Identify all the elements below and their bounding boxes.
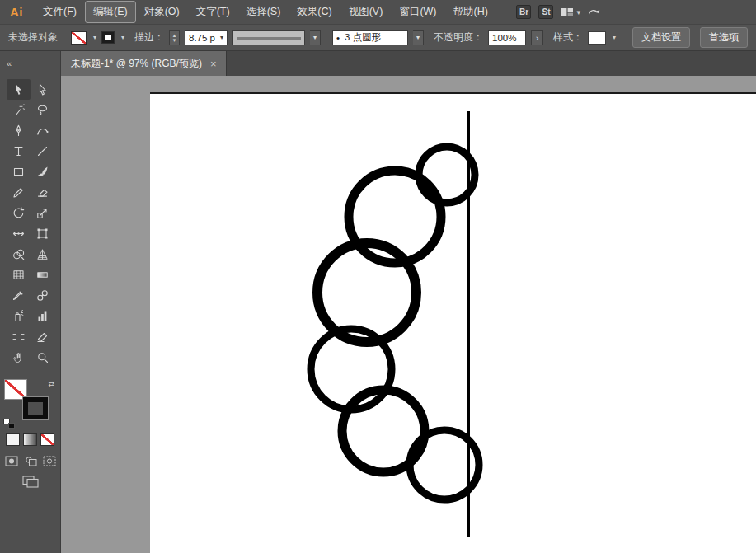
stroke-weight-stepper[interactable]: ▲ ▼ — [169, 30, 180, 45]
blend-tool[interactable] — [31, 285, 54, 306]
brush-preview-dot: • — [336, 33, 340, 43]
stroke-dropdown-icon[interactable]: ▾ — [121, 34, 124, 41]
brush-dropdown-icon[interactable]: ▾ — [413, 30, 424, 45]
fill-stroke-control: ⇄ — [0, 379, 60, 429]
preferences-button[interactable]: 首选项 — [700, 27, 748, 48]
color-type-buttons — [0, 433, 60, 446]
fill-dropdown-icon[interactable]: ▾ — [93, 34, 96, 41]
control-bar: 未选择对象 ▾ ▾ 描边： ▲ ▼ 8.75 p ▾ ▾ • 3 点圆形 ▾ 不… — [0, 25, 756, 51]
screen-mode-icon[interactable] — [22, 476, 39, 490]
artwork-svg — [150, 94, 756, 553]
brush-definition-field[interactable]: • 3 点圆形 — [332, 30, 408, 45]
screen-mode-control — [0, 476, 60, 490]
collapse-panel-icon[interactable]: « — [7, 59, 12, 68]
type-tool[interactable] — [7, 141, 31, 162]
perspective-grid-tool[interactable] — [31, 244, 54, 265]
direct-selection-tool[interactable] — [31, 79, 54, 100]
width-profile-dropdown[interactable] — [232, 30, 305, 45]
stroke-swatch[interactable] — [22, 396, 49, 420]
drawing-modes — [0, 454, 60, 467]
eraser-tool[interactable] — [31, 182, 54, 203]
width-tool[interactable] — [7, 223, 31, 244]
document-setup-button[interactable]: 文档设置 — [632, 27, 690, 48]
menu-view[interactable]: 视图(V) — [340, 1, 392, 23]
line-segment-tool[interactable] — [31, 141, 54, 162]
opacity-panel-launcher[interactable]: › — [531, 30, 543, 45]
draw-behind-icon[interactable] — [22, 454, 39, 467]
stepper-down-icon[interactable]: ▼ — [172, 38, 177, 43]
hand-tool[interactable] — [7, 347, 31, 368]
gradient-button[interactable] — [23, 433, 37, 446]
free-transform-tool[interactable] — [31, 223, 54, 244]
menu-edit[interactable]: 编辑(E) — [85, 1, 136, 23]
stroke-weight-dropdown-icon[interactable]: ▾ — [217, 34, 223, 41]
menu-window[interactable]: 窗口(W) — [391, 1, 444, 23]
workspace-switcher[interactable]: ▾ — [561, 7, 580, 18]
menu-select[interactable]: 选择(S) — [238, 1, 289, 23]
artboard-tool[interactable] — [7, 326, 31, 347]
draw-normal-icon[interactable] — [3, 454, 20, 467]
column-graph-tool[interactable] — [31, 306, 54, 326]
rectangle-tool[interactable] — [7, 162, 31, 182]
tools-panel: ⇄ — [0, 76, 61, 553]
tab-row: « 未标题-1* @ 97% (RGB/预览) × — [0, 51, 756, 76]
lasso-tool[interactable] — [31, 100, 54, 120]
gradient-tool[interactable] — [31, 265, 54, 285]
cc-sync-icon[interactable] — [588, 7, 601, 17]
opacity-label: 不透明度： — [434, 30, 483, 45]
artboard[interactable] — [150, 92, 756, 553]
none-button[interactable] — [40, 433, 54, 446]
menu-effect[interactable]: 效果(C) — [289, 1, 340, 23]
menu-type[interactable]: 文字(T) — [188, 1, 238, 23]
draw-inside-icon[interactable] — [41, 454, 58, 467]
selection-status: 未选择对象 — [8, 30, 58, 45]
slice-tool[interactable] — [31, 326, 54, 347]
tools-panel-header[interactable]: « — [0, 51, 61, 76]
app-logo: Ai — [10, 5, 23, 19]
close-icon[interactable]: × — [210, 58, 217, 70]
fill-color-swatch[interactable] — [71, 31, 87, 45]
selection-tool[interactable] — [7, 79, 31, 100]
menu-help[interactable]: 帮助(H) — [445, 1, 496, 23]
default-fill-stroke-icon[interactable] — [3, 419, 15, 429]
mesh-tool[interactable] — [7, 265, 31, 285]
pencil-tool[interactable] — [7, 182, 31, 203]
stock-icon[interactable]: St — [538, 5, 553, 19]
menubar: Ai 文件(F) 编辑(E) 对象(O) 文字(T) 选择(S) 效果(C) 视… — [0, 0, 756, 25]
bridge-icon[interactable]: Br — [516, 5, 531, 19]
curvature-tool[interactable] — [31, 120, 54, 141]
magic-wand-tool[interactable] — [7, 100, 31, 120]
menu-file[interactable]: 文件(F) — [35, 1, 85, 23]
eyedropper-tool[interactable] — [7, 285, 31, 306]
style-swatch[interactable] — [588, 31, 606, 45]
canvas-area[interactable] — [61, 76, 756, 553]
document-tab-title: 未标题-1* @ 97% (RGB/预览) — [71, 57, 202, 71]
symbol-sprayer-tool[interactable] — [7, 306, 31, 326]
rotate-tool[interactable] — [7, 203, 31, 223]
zoom-tool[interactable] — [31, 347, 54, 368]
illustrator-window: Ai 文件(F) 编辑(E) 对象(O) 文字(T) 选择(S) 效果(C) 视… — [0, 0, 756, 553]
stroke-color-swatch[interactable] — [101, 31, 115, 44]
brush-name: 3 点圆形 — [345, 31, 381, 44]
workspace-icon — [561, 7, 574, 18]
document-tab[interactable]: 未标题-1* @ 97% (RGB/预览) × — [61, 51, 227, 76]
opacity-field[interactable]: 100% — [488, 30, 526, 45]
stroke-weight-label: 描边： — [134, 30, 164, 45]
stroke-weight-field[interactable]: 8.75 p ▾ — [185, 30, 228, 45]
style-dropdown-icon[interactable]: ▾ — [613, 34, 616, 41]
pen-tool[interactable] — [7, 120, 31, 141]
width-profile-dropdown-icon[interactable]: ▾ — [310, 30, 321, 45]
color-button[interactable] — [6, 433, 20, 446]
paintbrush-tool[interactable] — [31, 162, 54, 182]
style-label: 样式： — [553, 30, 583, 45]
chevron-down-icon: ▾ — [576, 8, 580, 16]
swap-fill-stroke-icon[interactable]: ⇄ — [48, 380, 54, 388]
menu-object[interactable]: 对象(O) — [136, 1, 188, 23]
shape-builder-tool[interactable] — [7, 244, 31, 265]
document-tabs: 未标题-1* @ 97% (RGB/预览) × — [61, 51, 756, 76]
scale-tool[interactable] — [31, 203, 54, 223]
